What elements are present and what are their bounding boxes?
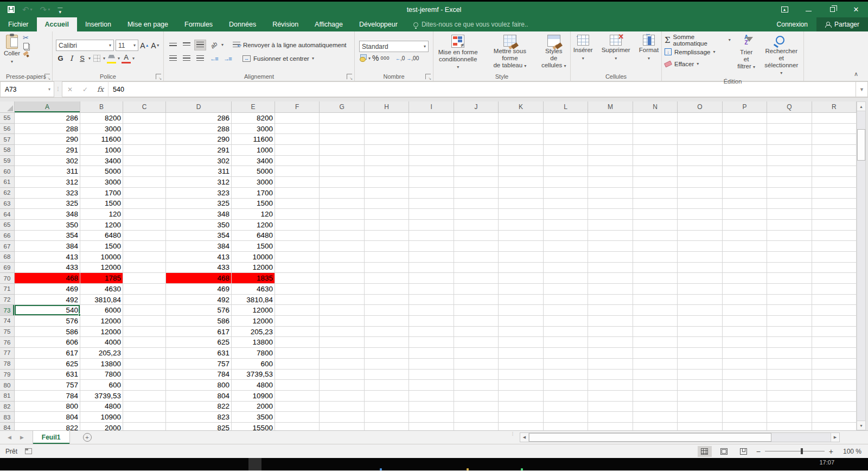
cell-K65[interactable] [499,220,543,231]
cell-A55[interactable]: 286 [15,113,80,124]
font-size-combo[interactable]: 11▾ [116,40,138,51]
cell-O61[interactable] [678,177,722,188]
cell-R61[interactable] [812,177,857,188]
row-header-73[interactable]: 73 [0,305,15,316]
cell-B63[interactable]: 1500 [80,199,123,209]
cell-A73[interactable]: 540 [15,305,80,316]
fill-color-dropdown[interactable]: ▾ [118,56,120,61]
cell-R84[interactable] [812,423,857,430]
underline-dropdown[interactable]: ▾ [88,56,91,61]
cell-L61[interactable] [544,177,588,188]
cell-F67[interactable] [275,241,320,252]
ribbon-display-options-button[interactable]: ▲ [773,2,796,17]
cell-G72[interactable] [320,295,364,305]
cell-P77[interactable] [723,348,767,359]
cell-B69[interactable]: 12000 [80,263,123,273]
cell-N82[interactable] [633,402,678,412]
cell-N76[interactable] [633,337,678,348]
cell-Q60[interactable] [767,166,812,177]
alignment-dialog-launcher[interactable] [347,74,352,79]
cell-Q57[interactable] [767,134,812,145]
cell-D74[interactable]: 586 [166,316,232,327]
scroll-right-button[interactable]: ▶ [831,433,839,442]
cell-C68[interactable] [123,252,166,263]
row-header-57[interactable]: 57 [0,134,15,145]
merge-center-dropdown[interactable]: ▾ [312,56,314,61]
tab-revision[interactable]: Révision [264,17,307,31]
name-box-dropdown[interactable]: ▾ [45,87,54,92]
cell-A79[interactable]: 631 [15,370,80,380]
cell-J81[interactable] [454,391,499,402]
cell-D79[interactable]: 784 [166,370,232,380]
cell-F78[interactable] [275,359,320,370]
cell-C80[interactable] [123,380,166,391]
cell-F55[interactable] [275,113,320,124]
cell-K73[interactable] [499,305,543,316]
cell-G67[interactable] [320,241,364,252]
cell-A60[interactable]: 311 [15,166,80,177]
cell-K78[interactable] [499,359,543,370]
cell-G64[interactable] [320,209,364,220]
cell-F81[interactable] [275,391,320,402]
cell-F72[interactable] [275,295,320,305]
cell-M84[interactable] [588,423,633,430]
cell-B77[interactable]: 205,23 [80,348,123,359]
cell-M64[interactable] [588,209,633,220]
cell-N83[interactable] [633,412,678,423]
cell-K60[interactable] [499,166,543,177]
cell-C65[interactable] [123,220,166,231]
column-header-P[interactable]: P [723,101,767,113]
taskbar-active-app[interactable] [248,458,261,470]
cell-B72[interactable]: 3810,84 [80,295,123,305]
cell-H82[interactable] [365,402,409,412]
cell-G59[interactable] [320,156,364,167]
cell-F76[interactable] [275,337,320,348]
cell-M60[interactable] [588,166,633,177]
cell-D62[interactable]: 323 [166,188,232,199]
cell-K71[interactable] [499,284,543,295]
cell-Q82[interactable] [767,402,812,412]
cell-K59[interactable] [499,156,543,167]
cell-K57[interactable] [499,134,543,145]
cell-R77[interactable] [812,348,857,359]
cell-O66[interactable] [678,231,722,241]
cell-A59[interactable]: 302 [15,156,80,167]
cell-B59[interactable]: 3400 [80,156,123,167]
cell-E70[interactable]: 1835 [232,273,275,284]
cell-F83[interactable] [275,412,320,423]
cell-G62[interactable] [320,188,364,199]
cell-O82[interactable] [678,402,722,412]
cell-R74[interactable] [812,316,857,327]
vertical-scroll-thumb[interactable] [857,129,865,161]
cell-G71[interactable] [320,284,364,295]
cell-G60[interactable] [320,166,364,177]
macro-record-icon[interactable] [25,448,32,454]
page-break-view-button[interactable] [737,446,751,457]
cell-D81[interactable]: 804 [166,391,232,402]
align-left-button[interactable] [167,53,179,64]
tab-accueil[interactable]: Accueil [37,17,77,31]
cell-J62[interactable] [454,188,499,199]
cell-B78[interactable]: 13800 [80,359,123,370]
cell-J63[interactable] [454,199,499,209]
cell-P61[interactable] [723,177,767,188]
paste-dropdown[interactable]: ▾ [11,58,13,65]
row-header-81[interactable]: 81 [0,391,15,402]
cell-N73[interactable] [633,305,678,316]
cell-E67[interactable]: 1500 [232,241,275,252]
cell-B81[interactable]: 3739,53 [80,391,123,402]
cell-L70[interactable] [544,273,588,284]
row-header-76[interactable]: 76 [0,337,15,348]
cell-P78[interactable] [723,359,767,370]
minimize-button[interactable] [796,2,820,17]
cell-E64[interactable]: 120 [232,209,275,220]
column-header-H[interactable]: H [365,101,409,113]
cell-F68[interactable] [275,252,320,263]
cell-K55[interactable] [499,113,543,124]
number-dialog-launcher[interactable] [425,74,431,79]
cell-M62[interactable] [588,188,633,199]
cell-H67[interactable] [365,241,409,252]
cell-C60[interactable] [123,166,166,177]
cell-R67[interactable] [812,241,857,252]
cell-F82[interactable] [275,402,320,412]
